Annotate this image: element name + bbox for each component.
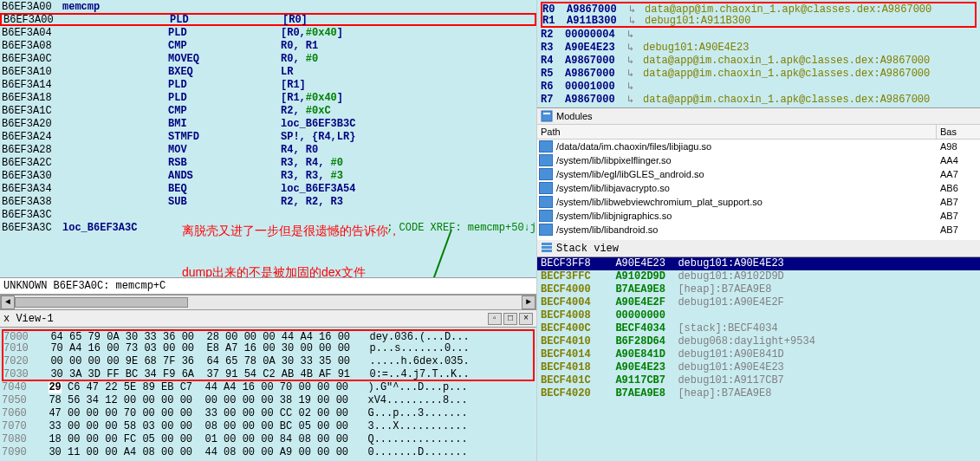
disasm-row[interactable]: B6EF3A24STMFDSP!, {R4,LR} — [0, 130, 536, 143]
disasm-row[interactable]: B6EF3A0CMOVEQR0, #0 — [0, 52, 536, 65]
modules-list[interactable]: /data/data/im.chaoxin/files/libjiagu.soA… — [537, 140, 980, 237]
hex-row[interactable]: 7090 30 11 00 00 A4 08 00 00 44 08 00 00… — [2, 446, 535, 459]
stack-row[interactable]: BECF4008 00000000 — [537, 309, 980, 322]
stack-row[interactable]: BECF4000 B7AEA9E8 [heap]:B7AEA9E8 — [537, 283, 980, 296]
stack-value: A90E4E23 — [603, 361, 665, 374]
disasm-row[interactable]: B6EF3A04PLD[R0,#0x40] — [0, 26, 536, 39]
hex-row[interactable]: 7040 29 C6 47 22 5E 89 EB C7 44 A4 16 00… — [2, 381, 535, 394]
disasm-addr: B6EF3A30 — [0, 170, 62, 182]
scroll-thumb[interactable] — [15, 297, 188, 308]
svg-rect-3 — [542, 246, 552, 249]
module-icon — [539, 224, 553, 236]
register-value: 00000004 — [565, 29, 627, 41]
stack-view[interactable]: BECF3FF8 A90E4E23 debug101:A90E4E23BECF3… — [537, 257, 980, 461]
stack-row[interactable]: BECF3FF8 A90E4E23 debug101:A90E4E23 — [537, 257, 980, 270]
register-row[interactable]: R1A911B300↳debug101:A911B300 — [541, 15, 977, 28]
disasm-operand: R3, R4, #0 — [281, 157, 343, 169]
disasm-row[interactable]: B6EF3A14PLD[R1] — [0, 78, 536, 91]
module-row[interactable]: /system/lib/libjnigraphics.soAB7 — [537, 209, 980, 223]
modules-col-base[interactable]: Bas — [937, 125, 980, 139]
disasm-operand: R0, R1 — [281, 40, 318, 52]
register-value: A9867000 — [565, 68, 627, 80]
register-row[interactable]: R5A9867000↳data@app@im.chaoxin_1.apk@cla… — [541, 67, 977, 80]
disasm-row[interactable]: B6EF3A28MOVR4, R0 — [0, 143, 536, 156]
disasm-operand: [R0] — [282, 14, 308, 26]
register-value: A9867000 — [565, 55, 627, 67]
disasm-operand: loc_B6EF3B3C — [281, 118, 355, 130]
svg-rect-2 — [542, 243, 552, 245]
hex-row[interactable]: 7010 70 A4 16 00 73 03 00 00 E8 A7 16 00… — [2, 342, 535, 355]
register-row[interactable]: R3A90E4E23↳debug101:A90E4E23 — [541, 41, 977, 54]
module-row[interactable]: /system/lib/libandroid.soAB7 — [537, 223, 980, 237]
disasm-mnemonic: CMP — [168, 105, 281, 117]
register-row[interactable]: R200000004↳ — [541, 28, 977, 41]
tab-close-button[interactable]: × — [519, 313, 533, 325]
disasm-row[interactable]: B6EF3A34BEQloc_B6EF3A54 — [0, 182, 536, 195]
stack-value: A90E4E23 — [603, 257, 665, 270]
disasm-row[interactable]: B6EF3A20BMIloc_B6EF3B3C — [0, 117, 536, 130]
hex-ascii: Q............... — [355, 433, 468, 446]
disasm-row[interactable]: B6EF3A18PLD[R1,#0x40] — [0, 91, 536, 104]
stack-row[interactable]: BECF4018 A90E4E23 debug101:A90E4E23 — [537, 361, 980, 374]
hex-row[interactable]: 7000 64 65 79 0A 30 33 36 00 28 00 00 00… — [2, 329, 535, 342]
hex-view[interactable]: 7000 64 65 79 0A 30 33 36 00 28 00 00 00… — [0, 328, 536, 461]
hex-bytes: 64 65 79 0A 30 33 36 00 28 00 00 00 44 A… — [38, 331, 350, 342]
stack-row[interactable]: BECF4020 B7AEA9E8 [heap]:B7AEA9E8 — [537, 387, 980, 400]
register-arrow-icon: ↳ — [627, 93, 643, 106]
module-row[interactable]: /data/data/im.chaoxin/files/libjiagu.soA… — [537, 140, 980, 153]
tab-minimize-button[interactable]: ▫ — [488, 313, 502, 325]
hex-row[interactable]: 7050 78 56 34 12 00 00 00 00 00 00 00 00… — [2, 394, 535, 407]
disasm-addr: B6EF3A20 — [0, 118, 62, 130]
hex-row[interactable]: 7020 00 00 00 00 9E 68 7F 36 64 65 78 0A… — [2, 355, 535, 368]
module-path: /system/lib/libjavacrypto.so — [555, 183, 937, 193]
disassembly-view[interactable]: B6EF3A00 memcmp B6EF3A00PLD[R0]B6EF3A04P… — [0, 0, 536, 277]
hex-row[interactable]: 7080 18 00 00 00 FC 05 00 00 01 00 00 00… — [2, 433, 535, 446]
stack-row[interactable]: BECF401C A9117CB7 debug101:A9117CB7 — [537, 374, 980, 387]
module-row[interactable]: /system/lib/libwebviewchromium_plat_supp… — [537, 195, 980, 209]
hex-row[interactable]: 7070 33 00 00 00 58 03 00 00 08 00 00 00… — [2, 420, 535, 433]
disasm-row[interactable]: B6EF3A00PLD[R0] — [0, 13, 536, 26]
register-row[interactable]: R600001000↳ — [541, 80, 977, 93]
disasm-row[interactable]: B6EF3A08CMPR0, R1 — [0, 39, 536, 52]
stack-target: debug101:A90E4E23 — [665, 361, 784, 374]
stack-value: A90E4E2F — [603, 296, 665, 309]
register-row[interactable]: R4A9867000↳data@app@im.chaoxin_1.apk@cla… — [541, 54, 977, 67]
tab-restore-button[interactable]: □ — [503, 313, 517, 325]
stack-row[interactable]: BECF4014 A90E841D debug101:A90E841D — [537, 348, 980, 361]
stack-row[interactable]: BECF4004 A90E4E2F debug101:A90E4E2F — [537, 296, 980, 309]
disasm-row[interactable]: B6EF3A3C — [0, 208, 536, 221]
register-row[interactable]: R7A9867000↳data@app@im.chaoxin_1.apk@cla… — [541, 93, 977, 106]
disasm-row[interactable]: B6EF3A38SUBR2, R2, R3 — [0, 195, 536, 208]
disasm-operand: R2, R2, R3 — [281, 196, 343, 208]
disasm-scrollbar[interactable]: ◄ ► — [0, 295, 536, 310]
stack-target: debug101:A90E841D — [665, 348, 784, 361]
stack-row[interactable]: BECF400C BECF4034 [stack]:BECF4034 — [537, 322, 980, 335]
hex-ascii: .....h.6dex.035. — [357, 355, 470, 368]
module-row[interactable]: /system/lib/egl/libGLES_android.soAA7 — [537, 167, 980, 181]
modules-columns-header[interactable]: Path Bas — [537, 125, 980, 140]
disasm-row[interactable]: B6EF3A30ANDSR3, R3, #3 — [0, 169, 536, 182]
stack-row[interactable]: BECF3FFC A9102D9D debug101:A9102D9D — [537, 270, 980, 283]
register-name: R0 — [542, 3, 567, 16]
module-path: /system/lib/egl/libGLES_android.so — [555, 169, 937, 179]
register-row[interactable]: R0A9867000↳data@app@im.chaoxin_1.apk@cla… — [541, 2, 977, 15]
hex-row[interactable]: 7060 47 00 00 00 70 00 00 00 33 00 00 00… — [2, 407, 535, 420]
stack-target: debug101:A9102D9D — [665, 270, 784, 283]
module-icon — [539, 210, 553, 222]
modules-col-path[interactable]: Path — [537, 125, 937, 139]
disasm-row[interactable]: B6EF3A2CRSBR3, R4, #0 — [0, 156, 536, 169]
hex-row[interactable]: 7030 30 3A 3D FF BC 34 F9 6A 37 91 54 C2… — [2, 368, 535, 381]
stack-row[interactable]: BECF4010 B6F28D64 debug068:daylight+9534 — [537, 335, 980, 348]
disasm-row[interactable]: B6EF3A10BXEQLR — [0, 65, 536, 78]
module-row[interactable]: /system/lib/libjavacrypto.soAB6 — [537, 181, 980, 195]
hex-view-tab-label[interactable]: x View-1 — [3, 313, 54, 325]
stack-target: [heap]:B7AEA9E8 — [665, 283, 771, 296]
stack-value: B7AEA9E8 — [603, 387, 665, 400]
disasm-row[interactable]: B6EF3A1CCMPR2, #0xC — [0, 104, 536, 117]
module-row[interactable]: /system/lib/libpixelflinger.soAA4 — [537, 153, 980, 167]
scroll-right-button[interactable]: ► — [522, 295, 535, 309]
stack-value: A90E841D — [603, 348, 665, 361]
registers-view[interactable]: R0A9867000↳data@app@im.chaoxin_1.apk@cla… — [537, 0, 980, 107]
module-icon — [539, 168, 553, 180]
scroll-left-button[interactable]: ◄ — [1, 295, 15, 309]
